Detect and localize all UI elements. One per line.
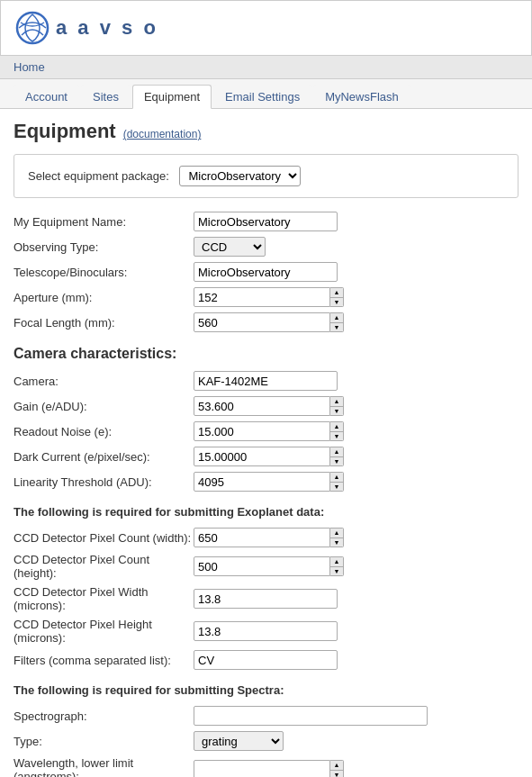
pixel-count-height-input[interactable] [194, 556, 330, 576]
dark-current-spinner-buttons: ▲ ▼ [330, 447, 344, 466]
pixel-width-label: CCD Detector Pixel Width (microns): [14, 585, 194, 612]
equipment-name-input[interactable] [194, 212, 338, 231]
linearity-input[interactable] [194, 472, 330, 492]
filters-input[interactable] [194, 650, 338, 670]
focal-length-down-btn[interactable]: ▼ [330, 323, 343, 332]
dark-current-down-btn[interactable]: ▼ [330, 457, 343, 466]
gain-input[interactable] [194, 396, 330, 416]
wavelength-lower-input[interactable] [194, 760, 330, 777]
aperture-label: Aperture (mm): [14, 291, 194, 304]
breadcrumb-home[interactable]: Home [14, 60, 45, 74]
nav-tabs: Account Sites Equipment Email Settings M… [0, 79, 532, 109]
pixel-count-width-spinner-buttons: ▲ ▼ [330, 528, 344, 547]
wavelength-lower-spinner: ▲ ▼ [194, 760, 344, 777]
spectrograph-label: Spectrograph: [14, 709, 194, 723]
readout-noise-up-btn[interactable]: ▲ [330, 422, 343, 432]
aperture-input[interactable] [194, 287, 330, 307]
page-title-row: Equipment (documentation) [14, 120, 518, 143]
gain-row: Gain (e/ADU): ▲ ▼ [14, 396, 518, 416]
header: a a v s o [0, 0, 532, 56]
readout-noise-spinner-buttons: ▲ ▼ [330, 421, 344, 441]
equipment-name-section: My Equipment Name: Observing Type: CCD V… [14, 212, 518, 332]
linearity-row: Linearity Threshold (ADU): ▲ ▼ [14, 472, 518, 492]
wavelength-lower-up-btn[interactable]: ▲ [330, 761, 343, 771]
equipment-package-box: Select equipment package: MicroObservato… [14, 154, 518, 198]
telescope-row: Telescope/Binoculars: [14, 262, 518, 282]
aavso-logo-icon [14, 10, 50, 46]
equipment-name-row: My Equipment Name: [14, 212, 518, 231]
observing-type-row: Observing Type: CCD Visual DSLR [14, 237, 518, 257]
dark-current-input[interactable] [194, 447, 330, 466]
linearity-spinner-buttons: ▲ ▼ [330, 472, 344, 492]
readout-noise-input[interactable] [194, 421, 330, 441]
pixel-height-row: CCD Detector Pixel Height (microns): [14, 618, 518, 645]
linearity-down-btn[interactable]: ▼ [330, 483, 343, 492]
exoplanet-section: CCD Detector Pixel Count (width): ▲ ▼ CC… [14, 528, 518, 670]
readout-noise-spinner: ▲ ▼ [194, 421, 344, 441]
linearity-spinner: ▲ ▼ [194, 472, 344, 492]
dark-current-up-btn[interactable]: ▲ [330, 447, 343, 457]
package-select[interactable]: MicroObservatory [179, 166, 301, 186]
observing-type-select[interactable]: CCD Visual DSLR [194, 237, 266, 257]
pixel-count-height-spinner: ▲ ▼ [194, 556, 344, 576]
page-title: Equipment [14, 120, 116, 143]
focal-length-label: Focal Length (mm): [14, 316, 194, 330]
aperture-down-btn[interactable]: ▼ [330, 298, 343, 307]
spectra-section-heading: The following is required for submitting… [14, 683, 518, 697]
equipment-name-label: My Equipment Name: [14, 215, 194, 229]
linearity-up-btn[interactable]: ▲ [330, 473, 343, 483]
camera-section: Camera: Gain (e/ADU): ▲ ▼ Readout Noise … [14, 371, 518, 492]
camera-row: Camera: [14, 371, 518, 391]
observing-type-label: Observing Type: [14, 240, 194, 254]
readout-noise-down-btn[interactable]: ▼ [330, 432, 343, 441]
pixel-count-width-down-btn[interactable]: ▼ [330, 538, 343, 547]
pixel-width-input[interactable] [194, 589, 338, 609]
camera-label: Camera: [14, 375, 194, 388]
pixel-count-height-row: CCD Detector Pixel Count (height): ▲ ▼ [14, 553, 518, 580]
tab-mynewsflash[interactable]: MyNewsFlash [313, 85, 410, 108]
spectra-section: Spectrograph: Type: grating prism echell… [14, 706, 518, 777]
pixel-width-row: CCD Detector Pixel Width (microns): [14, 585, 518, 612]
wavelength-lower-spinner-buttons: ▲ ▼ [330, 760, 344, 777]
focal-length-spinner-buttons: ▲ ▼ [330, 312, 344, 332]
tab-equipment[interactable]: Equipment [132, 85, 212, 109]
pixel-count-height-down-btn[interactable]: ▼ [330, 567, 343, 576]
gain-spinner: ▲ ▼ [194, 396, 344, 416]
tab-email-settings[interactable]: Email Settings [213, 85, 311, 108]
dark-current-row: Dark Current (e/pixel/sec): ▲ ▼ [14, 447, 518, 466]
pixel-count-width-up-btn[interactable]: ▲ [330, 529, 343, 538]
tab-account[interactable]: Account [14, 85, 79, 108]
package-label: Select equipment package: [28, 169, 169, 183]
type-select[interactable]: grating prism echelle [194, 731, 284, 751]
telescope-input[interactable] [194, 262, 338, 282]
focal-length-input[interactable] [194, 312, 330, 332]
pixel-height-input[interactable] [194, 621, 338, 641]
gain-label: Gain (e/ADU): [14, 400, 194, 413]
aperture-row: Aperture (mm): ▲ ▼ [14, 287, 518, 307]
gain-up-btn[interactable]: ▲ [330, 397, 343, 407]
wavelength-lower-down-btn[interactable]: ▼ [330, 771, 343, 778]
focal-length-up-btn[interactable]: ▲ [330, 313, 343, 323]
filters-row: Filters (comma separated list): [14, 650, 518, 670]
gain-down-btn[interactable]: ▼ [330, 407, 343, 416]
main-content: Equipment (documentation) Select equipme… [0, 109, 532, 777]
documentation-link[interactable]: (documentation) [123, 128, 202, 140]
readout-noise-label: Readout Noise (e): [14, 425, 194, 438]
svg-point-0 [17, 13, 48, 43]
telescope-label: Telescope/Binoculars: [14, 266, 194, 279]
focal-length-row: Focal Length (mm): ▲ ▼ [14, 312, 518, 332]
aperture-up-btn[interactable]: ▲ [330, 288, 343, 298]
wavelength-lower-label: Wavelength, lower limit (angstroms): [14, 756, 194, 777]
filters-label: Filters (comma separated list): [14, 654, 194, 667]
camera-input[interactable] [194, 371, 338, 391]
pixel-count-width-input[interactable] [194, 528, 330, 547]
pixel-count-width-label: CCD Detector Pixel Count (width): [14, 531, 194, 545]
pixel-count-height-up-btn[interactable]: ▲ [330, 557, 343, 567]
linearity-label: Linearity Threshold (ADU): [14, 475, 194, 489]
spectrograph-input[interactable] [194, 706, 428, 726]
pixel-height-label: CCD Detector Pixel Height (microns): [14, 618, 194, 645]
aperture-spinner: ▲ ▼ [194, 287, 344, 307]
logo: a a v s o [14, 10, 158, 46]
type-row: Type: grating prism echelle [14, 731, 518, 751]
tab-sites[interactable]: Sites [81, 85, 131, 108]
